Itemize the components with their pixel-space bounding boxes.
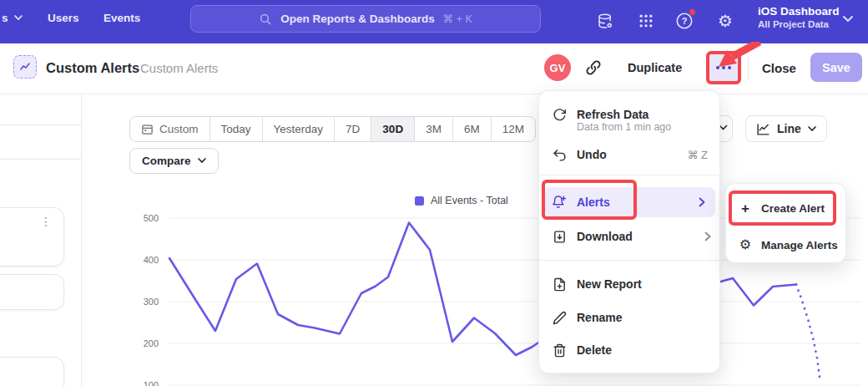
divider <box>0 159 82 160</box>
settings-gear-icon[interactable]: ⚙ <box>714 10 736 32</box>
date-range-picker: Custom Today Yesterday 7D 30D 3M 6M 12M <box>129 116 536 142</box>
refresh-status: Data from 1 min ago <box>577 121 671 133</box>
project-name: iOS Dashboard <box>758 5 840 18</box>
submenu-item-create-alert[interactable]: + Create Alert <box>726 194 847 222</box>
legend-swatch <box>415 196 424 206</box>
page-title: Custom Alerts <box>46 60 139 76</box>
notification-dot <box>689 8 696 16</box>
chevron-right-icon <box>699 197 705 207</box>
download-icon <box>552 229 567 244</box>
kebab-menu-icon[interactable]: ⋮ <box>40 215 52 228</box>
menu-item-download[interactable]: Download <box>539 223 721 250</box>
more-options-menu: Refresh Data Data from 1 min ago Undo ⌘ … <box>538 90 720 373</box>
menu-item-rename[interactable]: Rename <box>539 304 721 331</box>
top-nav: s Users Events Open Reports & Dashboards… <box>0 0 868 43</box>
refresh-icon <box>552 107 567 122</box>
nav-item-events[interactable]: Events <box>103 12 140 24</box>
divider <box>539 175 721 175</box>
report-header: Custom Alerts Custom Alerts GV Duplicate… <box>0 43 868 94</box>
project-chevron-down-icon <box>843 16 853 23</box>
chevron-down-icon <box>14 15 23 21</box>
help-icon[interactable]: ? <box>674 10 695 32</box>
trash-icon <box>552 343 567 358</box>
undo-shortcut: ⌘ Z <box>687 149 708 161</box>
svg-text:300: 300 <box>144 297 159 307</box>
range-7d[interactable]: 7D <box>334 117 371 141</box>
project-switcher[interactable]: iOS Dashboard All Project Data <box>758 5 840 29</box>
range-yesterday[interactable]: Yesterday <box>262 117 335 141</box>
divider <box>539 260 721 261</box>
chart-type-button[interactable]: Line <box>745 115 827 142</box>
sidebar-card[interactable] <box>0 357 64 386</box>
chevron-right-icon <box>704 231 711 241</box>
breadcrumb: Custom Alerts <box>140 61 218 75</box>
search-input[interactable]: Open Reports & Dashboards ⌘ + K <box>190 5 541 33</box>
range-custom[interactable]: Custom <box>130 117 209 141</box>
menu-item-undo[interactable]: Undo ⌘ Z <box>539 141 721 168</box>
search-shortcut: ⌘ + K <box>443 13 472 25</box>
line-chart-icon <box>756 122 770 136</box>
sidebar-card[interactable] <box>0 274 64 310</box>
menu-item-alerts[interactable]: Alerts <box>545 187 715 217</box>
data-management-icon[interactable] <box>594 10 616 32</box>
range-6m[interactable]: 6M <box>452 117 491 141</box>
svg-text:400: 400 <box>144 255 159 265</box>
close-button[interactable]: Close <box>762 61 796 75</box>
svg-text:500: 500 <box>144 213 159 223</box>
submenu-item-manage-alerts[interactable]: ⚙ Manage Alerts <box>726 231 847 259</box>
svg-text:100: 100 <box>144 380 159 386</box>
project-scope: All Project Data <box>758 19 840 29</box>
nav-item-truncated[interactable]: s <box>2 12 23 24</box>
divider <box>748 56 749 81</box>
report-type-icon <box>13 55 37 79</box>
range-3m[interactable]: 3M <box>414 117 452 141</box>
chart-legend: All Events - Total <box>415 195 508 206</box>
save-button[interactable]: Save <box>810 53 862 82</box>
avatar[interactable]: GV <box>544 54 571 81</box>
chevron-down-icon <box>198 158 206 164</box>
range-today[interactable]: Today <box>209 117 262 141</box>
menu-item-delete[interactable]: Delete <box>539 337 721 363</box>
app-window: 500400300200100 All Events - Total s Use… <box>0 0 868 386</box>
compare-button[interactable]: Compare <box>129 148 219 174</box>
new-report-icon <box>552 277 567 292</box>
range-12m[interactable]: 12M <box>491 117 535 141</box>
nav-item-users[interactable]: Users <box>48 12 79 24</box>
legend-label: All Events - Total <box>431 195 508 206</box>
sidebar-card[interactable]: ⋮ <box>0 207 64 267</box>
gear-icon: ⚙ <box>738 237 753 252</box>
copy-link-icon[interactable] <box>584 58 603 77</box>
plus-icon: + <box>738 201 753 216</box>
alerts-submenu: + Create Alert ⚙ Manage Alerts <box>725 183 846 263</box>
svg-text:200: 200 <box>144 338 159 348</box>
range-30d-selected[interactable]: 30D <box>371 117 414 141</box>
apps-grid-icon[interactable] <box>635 10 657 32</box>
sidebar: ⋮ <box>0 94 82 386</box>
svg-text:?: ? <box>682 16 688 26</box>
search-icon <box>259 13 272 26</box>
undo-icon <box>552 147 567 162</box>
more-options-button[interactable] <box>706 51 741 84</box>
chevron-down-icon <box>808 126 816 132</box>
calendar-icon <box>141 123 154 135</box>
pencil-icon <box>552 310 567 325</box>
menu-item-new-report[interactable]: New Report <box>539 271 721 297</box>
duplicate-button[interactable]: Duplicate <box>628 61 682 74</box>
bell-plus-icon <box>552 195 567 210</box>
divider <box>0 124 82 125</box>
search-placeholder: Open Reports & Dashboards <box>280 13 435 25</box>
